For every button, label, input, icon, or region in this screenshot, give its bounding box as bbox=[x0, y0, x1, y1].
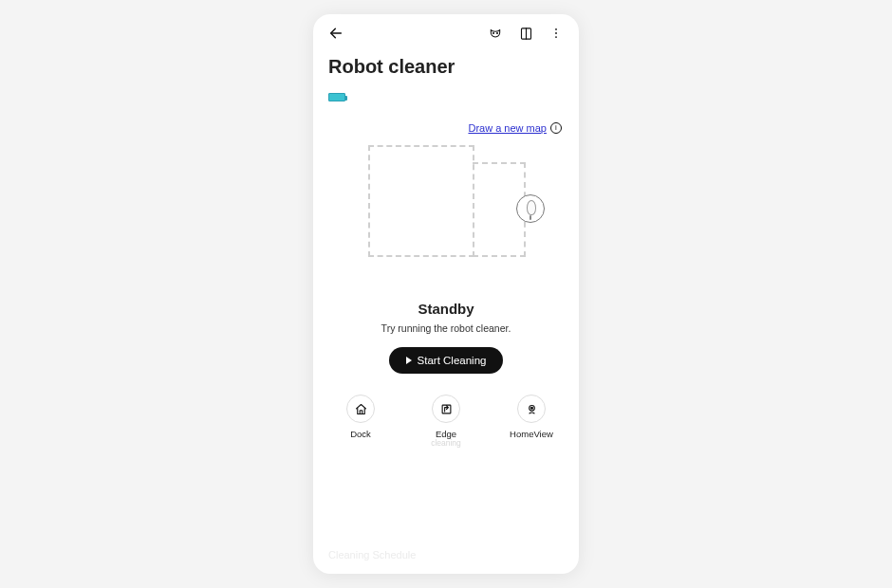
svg-point-2 bbox=[497, 33, 498, 34]
topbar-actions bbox=[486, 24, 566, 43]
battery-icon bbox=[328, 93, 345, 101]
robot-cleaner-screen: Robot cleaner Draw a new map i Standby T… bbox=[313, 14, 579, 574]
cleaning-schedule-label: Cleaning Schedule bbox=[328, 549, 416, 560]
dock-label: Dock bbox=[350, 429, 371, 439]
back-button[interactable] bbox=[326, 24, 345, 43]
status-subtitle: Try running the robot cleaner. bbox=[328, 322, 564, 334]
more-menu-icon[interactable] bbox=[547, 24, 566, 43]
dock-action[interactable]: Dock bbox=[334, 395, 387, 448]
draw-map-row: Draw a new map i bbox=[313, 101, 579, 139]
homeview-icon bbox=[517, 395, 546, 423]
actions-row: Dock Edge cleaning HomeView bbox=[313, 395, 579, 448]
room-outline bbox=[368, 145, 474, 257]
robot-marker-icon bbox=[516, 194, 545, 223]
svg-point-6 bbox=[555, 32, 557, 34]
draw-new-map-link[interactable]: Draw a new map bbox=[468, 122, 547, 134]
edge-sublabel: cleaning bbox=[431, 439, 461, 448]
panel-icon[interactable] bbox=[516, 24, 535, 43]
dock-icon bbox=[346, 395, 375, 423]
page-title: Robot cleaner bbox=[313, 50, 579, 87]
svg-point-7 bbox=[555, 36, 557, 38]
status-title: Standby bbox=[328, 301, 564, 317]
status-block: Standby Try running the robot cleaner. S… bbox=[313, 287, 579, 374]
floor-map bbox=[330, 145, 562, 287]
homeview-action[interactable]: HomeView bbox=[505, 395, 558, 448]
info-icon[interactable]: i bbox=[550, 122, 562, 134]
svg-point-1 bbox=[493, 33, 494, 34]
start-cleaning-button[interactable]: Start Cleaning bbox=[389, 347, 504, 374]
topbar bbox=[313, 14, 579, 50]
edge-cleaning-icon bbox=[432, 395, 460, 423]
voice-icon[interactable] bbox=[486, 24, 505, 43]
svg-point-10 bbox=[530, 407, 532, 409]
edge-cleaning-action[interactable]: Edge cleaning bbox=[419, 395, 473, 448]
play-icon bbox=[406, 357, 412, 364]
homeview-label: HomeView bbox=[510, 429, 553, 439]
start-cleaning-label: Start Cleaning bbox=[418, 355, 487, 366]
svg-point-5 bbox=[555, 28, 557, 30]
